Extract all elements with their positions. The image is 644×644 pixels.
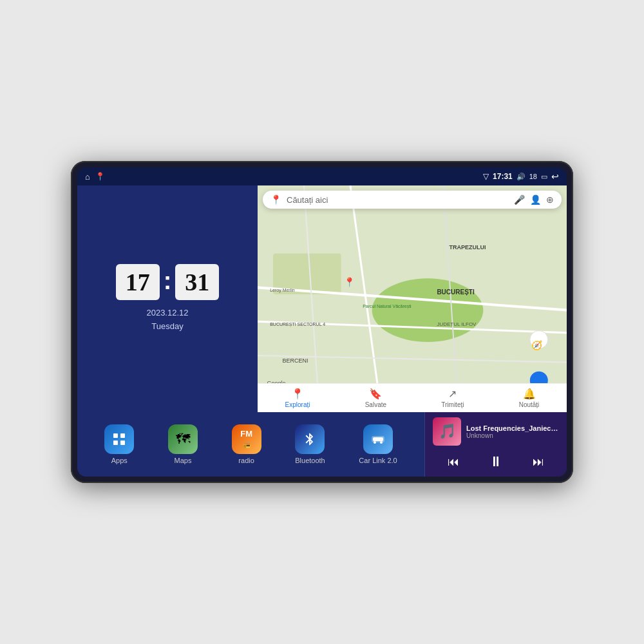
carlink-app-icon — [363, 424, 393, 454]
status-left-icons: ⌂ 📍 — [85, 172, 105, 182]
clock-colon: : — [164, 267, 172, 295]
clock-minutes: 31 — [175, 264, 219, 300]
maps-pin-icon[interactable]: 📍 — [95, 172, 105, 181]
send-icon: ↗ — [448, 388, 457, 400]
app-label-bluetooth: Bluetooth — [295, 457, 325, 464]
app-label-apps: Apps — [111, 457, 128, 464]
apps-row: Apps 🗺 Maps FM📻 radio — [77, 412, 425, 477]
svg-text:JUDEȚUL ILFOV: JUDEȚUL ILFOV — [437, 321, 477, 327]
status-time: 17:31 — [493, 172, 513, 181]
prev-button[interactable]: ⏮ — [442, 454, 464, 470]
music-thumbnail: 🎵 — [433, 417, 461, 446]
map-search-bar[interactable]: 📍 Căutați aici 🎤 👤 ⊕ — [263, 191, 562, 209]
svg-point-28 — [374, 441, 376, 444]
app-label-maps: Maps — [175, 457, 192, 464]
svg-text:Parcul Natural Văcărești: Parcul Natural Văcărești — [363, 304, 412, 309]
svg-point-29 — [380, 441, 383, 444]
app-label-radio: radio — [238, 457, 254, 464]
app-item-maps[interactable]: 🗺 Maps — [168, 424, 198, 464]
map-nav-news[interactable]: 🔔 Noutăți — [519, 388, 540, 408]
svg-text:BERCENI: BERCENI — [282, 357, 308, 364]
bluetooth-app-icon — [295, 424, 325, 454]
microphone-icon[interactable]: 🎤 — [514, 194, 525, 205]
status-bar: ⌂ 📍 ▽ 17:31 🔊 18 ▭ ↩ — [77, 167, 567, 185]
screen: ⌂ 📍 ▽ 17:31 🔊 18 ▭ ↩ 17 : — [77, 167, 567, 477]
app-label-carlink: Car Link 2.0 — [359, 457, 397, 464]
main-content: 17 : 31 2023.12.12 Tuesday — [77, 185, 567, 477]
svg-text:Leroy Merlin: Leroy Merlin — [270, 288, 295, 293]
music-info: 🎵 Lost Frequencies_Janieck Devy-... Unkn… — [433, 417, 559, 446]
map-background: TRAPEZULUI BUCUREȘTI JUDEȚUL ILFOV BERCE… — [258, 185, 567, 412]
bottom-section: Apps 🗺 Maps FM📻 radio — [77, 412, 567, 477]
app-item-carlink[interactable]: Car Link 2.0 — [359, 424, 397, 464]
maps-app-icon: 🗺 — [168, 424, 198, 454]
clock-display: 17 : 31 — [116, 264, 220, 300]
map-search-actions: 🎤 👤 ⊕ — [514, 194, 554, 205]
clock-date: 2023.12.12 Tuesday — [146, 307, 188, 334]
svg-rect-23 — [120, 433, 125, 438]
map-nav-send-label: Trimiteți — [441, 401, 464, 408]
svg-rect-27 — [373, 437, 383, 441]
music-title: Lost Frequencies_Janieck Devy-... — [466, 424, 559, 432]
map-nav-news-label: Noutăți — [519, 401, 540, 408]
map-panel[interactable]: TRAPEZULUI BUCUREȘTI JUDEȚUL ILFOV BERCE… — [258, 185, 567, 412]
bookmark-icon: 🔖 — [369, 388, 382, 400]
app-item-apps[interactable]: Apps — [104, 424, 134, 464]
clock-panel: 17 : 31 2023.12.12 Tuesday — [77, 185, 258, 412]
account-icon[interactable]: 👤 — [530, 194, 541, 205]
next-button[interactable]: ⏭ — [527, 454, 549, 470]
bell-icon: 🔔 — [523, 388, 536, 400]
explore-icon: 📍 — [291, 388, 304, 400]
play-button[interactable]: ⏸ — [484, 452, 508, 471]
svg-text:📍: 📍 — [344, 277, 355, 288]
car-head-unit: ⌂ 📍 ▽ 17:31 🔊 18 ▭ ↩ 17 : — [71, 161, 573, 483]
layers-icon[interactable]: ⊕ — [546, 194, 554, 205]
svg-rect-22 — [113, 433, 118, 438]
map-nav-saved-label: Salvate — [365, 401, 386, 408]
map-nav-explore-label: Explorați — [285, 401, 310, 408]
app-item-bluetooth[interactable]: Bluetooth — [295, 424, 325, 464]
map-search-placeholder[interactable]: Căutați aici — [287, 195, 509, 205]
music-controls: ⏮ ⏸ ⏭ — [433, 452, 559, 471]
status-right: ▽ 17:31 🔊 18 ▭ ↩ — [483, 171, 559, 182]
music-artist: Unknown — [466, 432, 559, 439]
map-nav-saved[interactable]: 🔖 Salvate — [365, 388, 386, 408]
map-nav-explore[interactable]: 📍 Explorați — [285, 388, 310, 408]
back-icon[interactable]: ↩ — [551, 171, 559, 182]
home-icon[interactable]: ⌂ — [85, 172, 90, 182]
battery-icon: ▭ — [541, 173, 547, 181]
music-text: Lost Frequencies_Janieck Devy-... Unknow… — [466, 424, 559, 439]
volume-icon: 🔊 — [516, 173, 526, 181]
svg-text:TRAPEZULUI: TRAPEZULUI — [450, 244, 486, 251]
apps-icon — [104, 424, 134, 454]
svg-rect-24 — [113, 440, 118, 445]
app-item-radio[interactable]: FM📻 radio — [232, 424, 261, 464]
map-nav-send[interactable]: ↗ Trimiteți — [441, 388, 464, 408]
map-nav-bar: 📍 Explorați 🔖 Salvate ↗ Trimiteți 🔔 — [258, 383, 567, 412]
signal-icon: ▽ — [483, 172, 489, 181]
svg-text:BUCUREȘTI SECTORUL 4: BUCUREȘTI SECTORUL 4 — [270, 322, 325, 327]
top-section: 17 : 31 2023.12.12 Tuesday — [77, 185, 567, 412]
music-player: 🎵 Lost Frequencies_Janieck Devy-... Unkn… — [425, 412, 567, 477]
svg-text:BUCUREȘTI: BUCUREȘTI — [437, 289, 475, 296]
volume-level: 18 — [529, 173, 537, 180]
clock-hours: 17 — [116, 264, 160, 300]
radio-app-icon: FM📻 — [232, 424, 261, 454]
map-svg: TRAPEZULUI BUCUREȘTI JUDEȚUL ILFOV BERCE… — [258, 185, 567, 412]
svg-text:🧭: 🧭 — [531, 340, 543, 351]
svg-rect-25 — [120, 440, 125, 445]
maps-logo-icon: 📍 — [270, 194, 281, 205]
